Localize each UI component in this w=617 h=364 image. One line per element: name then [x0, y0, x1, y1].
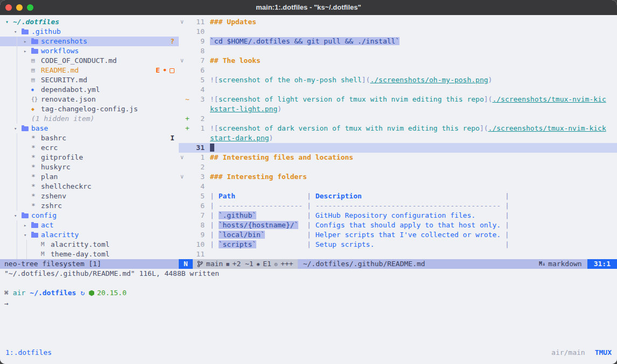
- tree-item-readme-md[interactable]: ▤README.mdE•: [0, 66, 179, 75]
- tree-folder-act[interactable]: ▸act: [0, 220, 179, 230]
- line-text: ## The looks: [205, 56, 617, 66]
- tree-item-shellcheckrc[interactable]: *shellcheckrc: [0, 182, 179, 191]
- diagnostics-icon: ◉: [257, 259, 260, 269]
- line-number: 2: [191, 114, 205, 124]
- editor-line[interactable]: 4: [179, 85, 617, 95]
- shell-file-icon: *: [31, 153, 36, 162]
- mode-indicator: N: [179, 259, 193, 269]
- editor-line[interactable]: ~3![screenshot of light version of tmux …: [179, 95, 617, 104]
- chevron-down-icon: ▾: [5, 17, 13, 27]
- editor-line[interactable]: kstart-light.png): [179, 104, 617, 114]
- tmux-window-tab[interactable]: 1:.dotfiles: [5, 347, 52, 359]
- close-window-button[interactable]: [5, 4, 12, 11]
- tree-item-zshrc[interactable]: *zshrc: [0, 201, 179, 211]
- line-number: 1: [191, 124, 205, 133]
- tree-folder-base[interactable]: ▾base: [0, 124, 179, 133]
- tree-item-zshenv[interactable]: *zshenv: [0, 191, 179, 201]
- line-text: [205, 85, 617, 95]
- fold-marker: [179, 182, 185, 191]
- text-segment: |: [256, 240, 315, 248]
- editor-line[interactable]: 10| `scripts` | Setup scripts. |: [179, 240, 617, 249]
- editor-line[interactable]: 5![screenshot of the oh-my-posh shell](.…: [179, 75, 617, 85]
- tree-item-ecrc[interactable]: *ecrc: [0, 143, 179, 153]
- cursor-block: [210, 144, 214, 152]
- folder-icon: [31, 39, 38, 44]
- line-number: 3: [191, 172, 205, 182]
- tree-item-code-of-conduct-md[interactable]: ▤CODE_OF_CONDUCT.md: [0, 56, 179, 66]
- tree-folder-screenshots[interactable]: ▸screenshots?: [0, 37, 179, 46]
- tree-folder-dotfiles[interactable]: ▾~/.dotfiles: [0, 17, 179, 27]
- fold-marker: [179, 27, 185, 37]
- line-text: | `hosts/{hostname}/` | Configs that sho…: [205, 220, 617, 230]
- tree-item-label: SECURITY.md: [41, 75, 87, 85]
- tree-folder-github[interactable]: ▾.github: [0, 27, 179, 37]
- icon-slot: [31, 223, 41, 228]
- line-text: | `scripts` | Setup scripts. |: [205, 240, 617, 249]
- editor-line[interactable]: 8: [179, 46, 617, 56]
- window-titlebar: main:1:.dotfiles - "ks~/.dotfiles": [0, 0, 617, 15]
- editor-line[interactable]: 6: [179, 66, 617, 75]
- tree-item-label: README.md: [41, 66, 79, 75]
- editor-line[interactable]: ∨11### Updates: [179, 17, 617, 27]
- fold-marker: ∨: [179, 56, 185, 66]
- text-segment: ## The looks: [210, 56, 261, 65]
- ibeam-cursor: I: [170, 133, 174, 143]
- icon-slot: M: [41, 249, 51, 259]
- tree-item-huskyrc[interactable]: *huskyrc: [0, 162, 179, 172]
- editor-line[interactable]: 11: [179, 249, 617, 259]
- editor-line[interactable]: ∨1## Interesting files and locations: [179, 153, 617, 162]
- tree-folder-config[interactable]: ▾config: [0, 211, 179, 220]
- tree-item-bashrc[interactable]: *bashrcI: [0, 133, 179, 143]
- tree-item-tag-changelog-config-js[interactable]: ◆tag-changelog-config.js: [0, 104, 179, 114]
- editor-line[interactable]: 4: [179, 182, 617, 191]
- editor-line[interactable]: start-dark.png): [179, 133, 617, 143]
- git-sign: [185, 133, 191, 143]
- text-segment: ](: [362, 76, 370, 84]
- editor-line[interactable]: 8| `hosts/{hostname}/` | Configs that sh…: [179, 220, 617, 230]
- editor-line[interactable]: 2: [179, 162, 617, 172]
- icon-slot: ◆: [31, 104, 41, 114]
- text-segment: |: [303, 202, 315, 210]
- chevron-right-icon: ▸: [24, 220, 31, 230]
- tree-item-gitprofile[interactable]: *gitprofile: [0, 153, 179, 162]
- icon-slot: *: [31, 191, 41, 201]
- tree-item-security-md[interactable]: ▤SECURITY.md: [0, 75, 179, 85]
- text-segment: ./screenshots/tmux-nvim-kic: [492, 95, 606, 103]
- text-segment: |: [501, 221, 509, 229]
- icon-slot: *: [31, 133, 41, 143]
- prompt-user: air: [13, 288, 25, 298]
- line-number: 8: [191, 220, 205, 230]
- editor-line[interactable]: 31: [179, 143, 617, 153]
- fold-marker: [179, 230, 185, 240]
- tree-item-plan[interactable]: *plan: [0, 172, 179, 182]
- line-text: [205, 182, 617, 191]
- tree-item-dependabot-yml[interactable]: ◉dependabot.yml: [0, 85, 179, 95]
- tree-folder-alacritty[interactable]: ▾alacritty: [0, 230, 179, 240]
- editor-line[interactable]: 9| `local/bin` | Helper scripts that I'v…: [179, 230, 617, 240]
- text-segment: ): [488, 76, 493, 84]
- editor-line[interactable]: +2: [179, 114, 617, 124]
- editor-line[interactable]: ∨3### Interesting folders: [179, 172, 617, 182]
- text-segment: ./screenshots/oh-my-posh.png: [370, 76, 488, 84]
- node-version-segment: 20.15.0: [89, 288, 127, 298]
- editor-line[interactable]: ∨7## The looks: [179, 56, 617, 66]
- status-badge: ?: [170, 37, 174, 46]
- line-number: 6: [191, 201, 205, 211]
- line-text: ![screenshot of the oh-my-posh shell](./…: [205, 75, 617, 85]
- git-sign: [185, 143, 191, 153]
- tree-item-renovate-json[interactable]: {}renovate.json: [0, 95, 179, 104]
- file-icon: ▤: [31, 75, 35, 85]
- tree-folder-workflows[interactable]: ▸workflows: [0, 46, 179, 56]
- editor-line[interactable]: 6| -------------------- | --------------…: [179, 201, 617, 211]
- tmux-statusbar: 1:.dotfiles air/main TMUX: [0, 347, 617, 359]
- editor-line[interactable]: 10: [179, 27, 617, 37]
- minimize-window-button[interactable]: [16, 4, 23, 11]
- editor-line[interactable]: 5| Path | Description |: [179, 191, 617, 201]
- zoom-window-button[interactable]: [27, 4, 33, 11]
- tree-item-label: base: [31, 124, 48, 133]
- editor-line[interactable]: 9`cd $HOME/.dotfiles && git pull && ./in…: [179, 37, 617, 46]
- icon-slot: *: [31, 172, 41, 182]
- file-icon: ▤: [31, 56, 35, 66]
- editor-line[interactable]: 7| `.github` | GitHub Repository configu…: [179, 211, 617, 220]
- editor-line[interactable]: +1![screenshot of dark version of tmux w…: [179, 124, 617, 133]
